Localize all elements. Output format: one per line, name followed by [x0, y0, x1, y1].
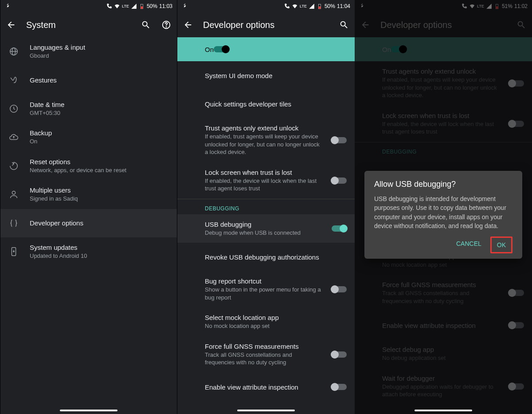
- cloud-upload-icon: [8, 132, 19, 142]
- trust-agents-switch[interactable]: [332, 137, 347, 143]
- item-usb-debugging[interactable]: USB debuggingDebug mode when USB is conn…: [177, 214, 355, 243]
- svg-point-3: [166, 27, 167, 27]
- svg-rect-1: [141, 7, 143, 9]
- back-icon[interactable]: [183, 20, 193, 30]
- lock-trust-switch[interactable]: [509, 121, 524, 127]
- wifi-icon: [469, 3, 475, 9]
- battery-percent: 51%: [502, 3, 512, 9]
- pinwheel-icon: [359, 3, 365, 10]
- search-icon[interactable]: [516, 20, 527, 30]
- app-bar: Developer options: [177, 12, 355, 37]
- back-icon[interactable]: [360, 20, 371, 30]
- battery-icon: [494, 3, 500, 9]
- pinwheel-icon: [5, 3, 11, 10]
- signal-icon: [486, 3, 492, 9]
- status-bar: LTE 50% 11:04: [177, 0, 355, 12]
- item-mock-location[interactable]: Select mock location appNo mock location…: [177, 308, 355, 336]
- svg-point-7: [12, 191, 15, 194]
- master-toggle-label: On: [205, 46, 214, 53]
- wait-debugger-switch[interactable]: [509, 383, 524, 390]
- cancel-button[interactable]: Cancel: [451, 237, 487, 253]
- help-icon[interactable]: [161, 20, 172, 30]
- item-developer-options[interactable]: Developer options: [0, 209, 177, 237]
- pinwheel-icon: [182, 3, 188, 10]
- view-attr-switch[interactable]: [509, 322, 524, 328]
- nav-handle[interactable]: [60, 410, 117, 411]
- restore-icon: [8, 161, 19, 171]
- item-view-attr[interactable]: Enable view attribute inspection: [355, 311, 532, 339]
- clock-icon: [8, 104, 19, 114]
- item-datetime[interactable]: Date & timeGMT+05:30: [0, 95, 177, 123]
- item-languages[interactable]: Languages & inputGboard: [0, 37, 177, 66]
- master-toggle-row[interactable]: On: [355, 37, 532, 61]
- view-attr-switch[interactable]: [332, 384, 347, 390]
- item-wait-debugger[interactable]: Wait for debuggerDebugged application wa…: [355, 368, 532, 405]
- bug-report-switch[interactable]: [332, 286, 347, 292]
- item-reset[interactable]: Reset optionsNetwork, apps, or device ca…: [0, 152, 177, 181]
- gnss-switch[interactable]: [509, 290, 524, 296]
- item-bug-report[interactable]: Bug report shortcutShow a button in the …: [177, 271, 355, 308]
- battery-icon: [139, 3, 145, 9]
- item-demo-mode[interactable]: System UI demo mode: [177, 61, 355, 90]
- signal-icon: [131, 3, 137, 9]
- status-bar: LTE 51% 11:02: [355, 0, 532, 12]
- item-trust-agents[interactable]: Trust agents only extend unlockIf enable…: [177, 118, 355, 162]
- gesture-icon: [8, 75, 19, 85]
- wifi-icon: [114, 3, 120, 9]
- usb-debugging-dialog: Allow USB debugging? USB debugging is in…: [364, 171, 522, 259]
- developer-options-dialog-screen: LTE 51% 11:02 Developer options On Trust…: [355, 0, 532, 414]
- item-gnss[interactable]: Force full GNSS measurementsTrack all GN…: [355, 275, 532, 311]
- clock-time: 11:03: [159, 3, 172, 9]
- call-icon: [106, 3, 112, 9]
- nav-handle[interactable]: [415, 410, 472, 411]
- dialog-title: Allow USB debugging?: [374, 180, 512, 189]
- item-trust-agents[interactable]: Trust agents only extend unlockIf enable…: [355, 61, 532, 106]
- item-users[interactable]: Multiple usersSigned in as Sadiq: [0, 180, 177, 209]
- ok-button[interactable]: OK: [490, 237, 512, 253]
- item-qs-tiles[interactable]: Quick settings developer tiles: [177, 90, 355, 118]
- item-backup[interactable]: BackupOn: [0, 123, 177, 152]
- user-icon: [8, 189, 19, 199]
- lte-label: LTE: [477, 4, 484, 8]
- search-icon[interactable]: [339, 20, 349, 30]
- page-title: System: [26, 20, 131, 30]
- battery-percent: 50%: [325, 3, 335, 9]
- clock-time: 11:02: [514, 3, 528, 9]
- item-lock-trust[interactable]: Lock screen when trust is lostIf enabled…: [177, 162, 355, 199]
- gnss-switch[interactable]: [332, 351, 347, 358]
- item-system-updates[interactable]: System updatesUpdated to Android 10: [0, 237, 177, 266]
- master-toggle-switch[interactable]: [214, 46, 229, 52]
- nav-handle[interactable]: [237, 410, 295, 411]
- usb-debugging-switch[interactable]: [332, 225, 347, 232]
- lock-trust-switch[interactable]: [332, 177, 347, 184]
- lte-label: LTE: [122, 4, 129, 8]
- section-debugging: Debugging: [177, 199, 355, 214]
- item-view-attr[interactable]: Enable view attribute inspection: [177, 373, 355, 401]
- battery-percent: 50%: [147, 3, 157, 9]
- page-title: Developer options: [380, 20, 506, 30]
- call-icon: [284, 3, 290, 9]
- item-gestures[interactable]: Gestures: [0, 66, 177, 95]
- item-revoke-usb[interactable]: Revoke USB debugging authorizations: [177, 243, 355, 271]
- phone-update-icon: [8, 247, 19, 256]
- trust-agents-switch[interactable]: [509, 80, 524, 87]
- app-bar: System: [0, 12, 177, 37]
- dev-options-list: System UI demo mode Quick settings devel…: [177, 61, 355, 414]
- search-icon[interactable]: [141, 20, 151, 30]
- wifi-icon: [292, 3, 298, 9]
- developer-options-screen: LTE 50% 11:04 Developer options On Syste…: [177, 0, 355, 414]
- braces-icon: [8, 218, 19, 228]
- battery-icon: [317, 3, 323, 9]
- settings-list: Languages & inputGboard Gestures Date & …: [0, 37, 177, 414]
- item-gnss[interactable]: Force full GNSS measurementsTrack all GN…: [177, 336, 355, 373]
- signal-icon: [309, 3, 315, 9]
- app-bar: Developer options: [355, 12, 532, 37]
- master-toggle-switch[interactable]: [391, 46, 406, 52]
- call-icon: [461, 3, 467, 9]
- item-select-debug-app[interactable]: Select debug appNo debug application set: [355, 339, 532, 368]
- back-icon[interactable]: [6, 20, 16, 30]
- svg-rect-10: [319, 7, 321, 9]
- master-toggle-row[interactable]: On: [177, 37, 355, 61]
- item-lock-trust[interactable]: Lock screen when trust is lostIf enabled…: [355, 106, 532, 142]
- lte-label: LTE: [300, 4, 307, 8]
